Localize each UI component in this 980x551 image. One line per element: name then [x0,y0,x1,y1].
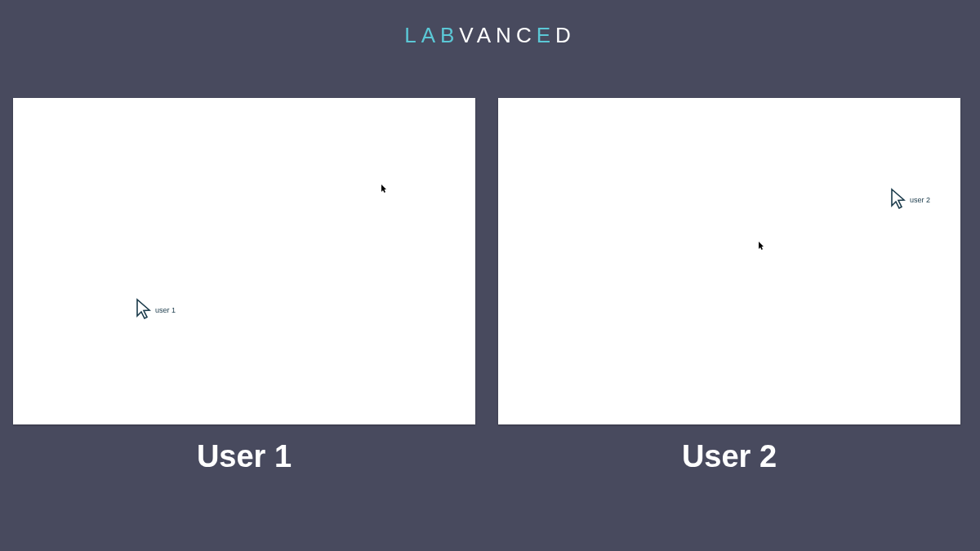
panel-user1[interactable]: user 1 [13,98,475,424]
panel-user2[interactable]: user 2 [498,98,960,424]
cursor-pointer-icon [758,241,764,251]
cursor-arrow-icon [136,298,154,319]
cursor-user2-label: user 2 [910,196,930,204]
cursor-arrow-icon [890,188,908,209]
cursor-user1-small [381,184,387,195]
panel-wrap-user1: user 1 User 1 [13,98,475,474]
cursor-pointer-icon [381,184,387,193]
logo-part-vanc: VANC [459,23,536,47]
cursor-user1-label: user 1 [155,306,176,314]
panels-container: user 1 User 1 user 2 User [13,98,960,474]
brand-logo: LABVANCED [404,23,576,48]
logo-part-lab: LAB [404,23,459,47]
panel-label-user2: User 2 [682,439,777,474]
panel-wrap-user2: user 2 User 2 [498,98,960,474]
logo-part-ed-e: E [537,23,555,47]
cursor-user2-big[interactable]: user 2 [890,188,908,209]
logo-part-ed-d: D [555,23,576,47]
cursor-user2-small [758,241,764,252]
cursor-user1-big[interactable]: user 1 [136,298,154,319]
panel-label-user1: User 1 [197,439,292,474]
